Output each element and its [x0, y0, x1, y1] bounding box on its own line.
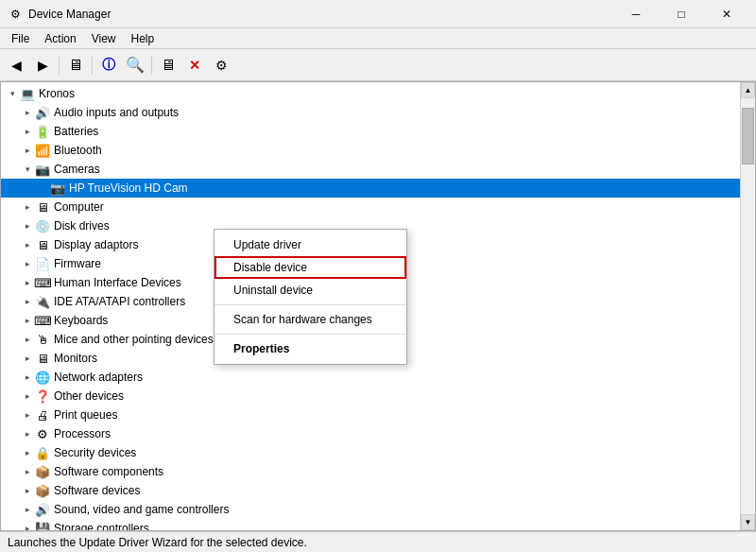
device-label: Audio inputs and outputs — [54, 106, 179, 119]
close-button[interactable]: ✕ — [705, 0, 748, 28]
menu-bar: File Action View Help — [0, 28, 756, 49]
device-icon: ⌨ — [35, 275, 50, 290]
context-uninstall-device[interactable]: Uninstall device — [215, 279, 406, 302]
scrollbar[interactable]: ▲ ▼ — [740, 82, 755, 530]
tree-item-network[interactable]: ▸🌐Network adapters — [1, 368, 740, 387]
context-properties[interactable]: Properties — [215, 337, 406, 360]
tree-item-software-comp[interactable]: ▸📦Software components — [1, 462, 740, 481]
status-bar: Launches the Update Driver Wizard for th… — [0, 531, 756, 552]
device-icon: 🔒 — [35, 445, 50, 460]
expander-icon[interactable]: ▸ — [20, 256, 35, 271]
expander-icon[interactable] — [35, 181, 50, 196]
expander-icon[interactable]: ▸ — [20, 294, 35, 309]
context-disable-device[interactable]: Disable device — [215, 256, 406, 279]
expander-icon[interactable]: ▾ — [5, 86, 20, 101]
minimize-button[interactable]: ─ — [614, 0, 658, 28]
uninstall-toolbar-button[interactable]: ⚙ — [209, 53, 233, 78]
info-button[interactable]: ⓘ — [96, 53, 121, 78]
window-title: Device Manager — [28, 8, 614, 21]
expander-icon[interactable]: ▸ — [20, 521, 35, 530]
tree-item-cameras[interactable]: ▾📷Cameras — [1, 160, 740, 179]
expander-icon[interactable]: ▸ — [20, 370, 35, 385]
device-label: Kronos — [39, 87, 75, 100]
device-icon: 📷 — [35, 162, 50, 177]
device-icon: 🖥 — [35, 237, 50, 252]
device-icon: 🖱 — [35, 332, 50, 347]
expander-icon[interactable]: ▸ — [20, 218, 35, 233]
device-label: Mice and other pointing devices — [54, 333, 214, 346]
device-label: Print queues — [54, 408, 117, 422]
device-label: Monitors — [54, 352, 97, 365]
device-label: Storage controllers — [54, 522, 149, 530]
device-icon: 📶 — [35, 143, 50, 158]
toolbar: ◀ ▶ 🖥 ⓘ 🔍 🖥 ✕ ⚙ — [0, 49, 756, 81]
device-icon: 💿 — [35, 218, 50, 233]
maximize-button[interactable]: □ — [660, 0, 703, 28]
tree-item-processors[interactable]: ▸⚙Processors — [1, 424, 740, 443]
device-icon: ⚙ — [35, 426, 50, 441]
device-icon: ⌨ — [35, 313, 50, 328]
update-driver-toolbar-button[interactable]: 🖥 — [156, 53, 180, 78]
expander-icon[interactable]: ▸ — [20, 237, 35, 252]
context-separator-2 — [215, 334, 406, 335]
tree-item-sound[interactable]: ▸🔊Sound, video and game controllers — [1, 500, 740, 519]
tree-item-computer[interactable]: ▸🖥Computer — [1, 198, 740, 216]
expander-icon[interactable]: ▸ — [20, 124, 35, 139]
tree-item-storage[interactable]: ▸💾Storage controllers — [1, 519, 740, 530]
scroll-up-button[interactable]: ▲ — [741, 82, 755, 98]
menu-action[interactable]: Action — [37, 30, 83, 47]
menu-file[interactable]: File — [4, 30, 37, 47]
menu-help[interactable]: Help — [124, 30, 163, 47]
main-content: ▾💻Kronos▸🔊Audio inputs and outputs▸🔋Batt… — [0, 81, 756, 531]
tree-item-kronos[interactable]: ▾💻Kronos — [1, 84, 740, 103]
device-label: Security devices — [54, 446, 136, 459]
status-text: Launches the Update Driver Wizard for th… — [8, 536, 307, 549]
toolbar-separator-1 — [59, 56, 60, 75]
tree-item-print[interactable]: ▸🖨Print queues — [1, 405, 740, 424]
context-update-driver[interactable]: Update driver — [215, 233, 406, 256]
disable-toolbar-button[interactable]: ✕ — [182, 53, 207, 78]
device-icon: 🖥 — [35, 199, 50, 215]
device-icon: 🖥 — [35, 351, 50, 366]
tree-item-hp-cam[interactable]: 📷HP TrueVision HD Cam — [1, 179, 740, 198]
menu-view[interactable]: View — [84, 30, 124, 47]
device-icon: 🔌 — [35, 294, 50, 309]
toolbar-separator-2 — [92, 56, 93, 75]
expander-icon[interactable]: ▸ — [20, 426, 35, 441]
expander-icon[interactable]: ▸ — [20, 388, 35, 404]
tree-item-bluetooth[interactable]: ▸📶Bluetooth — [1, 141, 740, 160]
expander-icon[interactable]: ▸ — [20, 143, 35, 158]
device-label: Processors — [54, 427, 111, 440]
expander-icon[interactable]: ▸ — [20, 199, 35, 215]
device-icon: 🔊 — [35, 105, 50, 120]
scrollbar-track[interactable] — [741, 98, 755, 514]
back-button[interactable]: ◀ — [4, 53, 28, 78]
device-tree[interactable]: ▾💻Kronos▸🔊Audio inputs and outputs▸🔋Batt… — [1, 82, 740, 530]
app-icon: ⚙ — [8, 7, 23, 22]
expander-icon[interactable]: ▸ — [20, 332, 35, 347]
scroll-down-button[interactable]: ▼ — [741, 514, 755, 530]
computer-button[interactable]: 🖥 — [63, 53, 88, 78]
expander-icon[interactable]: ▸ — [20, 351, 35, 366]
scan-button[interactable]: 🔍 — [123, 53, 147, 78]
scrollbar-thumb[interactable] — [742, 108, 754, 164]
forward-button[interactable]: ▶ — [30, 53, 55, 78]
expander-icon[interactable]: ▸ — [20, 445, 35, 460]
tree-item-audio[interactable]: ▸🔊Audio inputs and outputs — [1, 103, 740, 122]
tree-item-software-dev[interactable]: ▸📦Software devices — [1, 481, 740, 500]
device-icon: 📄 — [35, 256, 50, 271]
expander-icon[interactable]: ▸ — [20, 464, 35, 479]
device-icon: 🖨 — [35, 407, 50, 423]
expander-icon[interactable]: ▸ — [20, 105, 35, 120]
tree-item-batteries[interactable]: ▸🔋Batteries — [1, 122, 740, 141]
tree-item-other[interactable]: ▸❓Other devices — [1, 387, 740, 405]
expander-icon[interactable]: ▸ — [20, 407, 35, 423]
tree-item-security[interactable]: ▸🔒Security devices — [1, 443, 740, 462]
device-icon: 💻 — [20, 86, 35, 101]
device-icon: 📦 — [35, 464, 50, 479]
device-label: Bluetooth — [54, 144, 102, 157]
context-scan-hardware[interactable]: Scan for hardware changes — [215, 308, 406, 331]
expander-icon[interactable]: ▸ — [20, 483, 35, 498]
expander-icon[interactable]: ▸ — [20, 502, 35, 517]
expander-icon[interactable]: ▾ — [20, 162, 35, 177]
